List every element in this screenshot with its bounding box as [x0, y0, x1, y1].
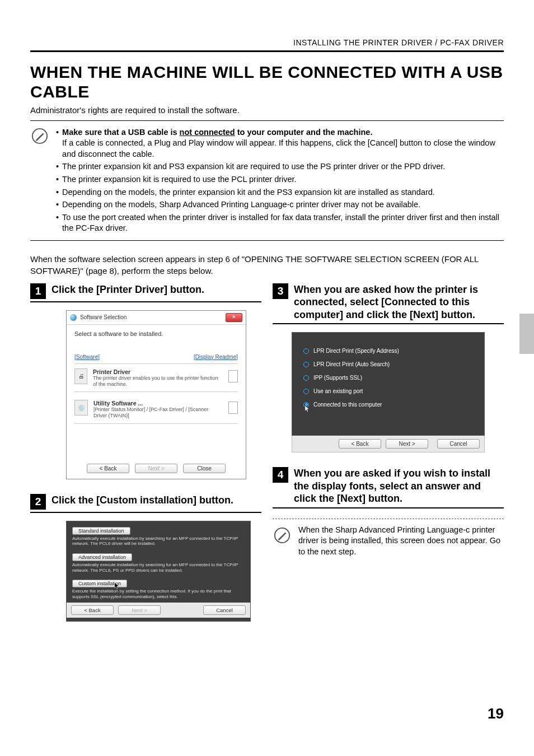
- back-button[interactable]: < Back: [87, 464, 129, 473]
- standard-installation-desc: Automatically execute installation by se…: [72, 536, 245, 547]
- close-button[interactable]: Close: [183, 464, 226, 473]
- row-utility-software[interactable]: 💿 Utility Software ... [Printer Status M…: [74, 395, 238, 424]
- document-icon[interactable]: [228, 402, 238, 414]
- pencil-note-icon: [30, 127, 49, 146]
- intro-text: Administrator's rights are required to i…: [30, 105, 504, 115]
- screenshot-connection-method: LPR Direct Print (Specify Address) LPR D…: [292, 332, 485, 452]
- pencil-note-icon: [273, 526, 292, 545]
- step-2-number: 2: [30, 494, 46, 510]
- back-button[interactable]: < Back: [71, 605, 114, 615]
- radio-existing-port[interactable]: Use an existing port: [303, 388, 473, 394]
- advanced-installation-button[interactable]: Advanced installation: [72, 553, 132, 561]
- note-b2: The printer expansion kit and PS3 expans…: [62, 161, 445, 172]
- page-number: 19: [488, 705, 504, 722]
- cursor-icon: [305, 405, 310, 413]
- radio-lpr-auto[interactable]: LPR Direct Print (Auto Search): [303, 361, 473, 367]
- link-software[interactable]: [Software]: [74, 354, 100, 360]
- standard-installation-button[interactable]: Standard installation: [72, 527, 130, 535]
- dashed-divider: [273, 519, 504, 519]
- cancel-button[interactable]: Cancel: [437, 439, 480, 449]
- row2-title: Utility Software ...: [93, 400, 223, 407]
- software-subtitle: Select a software to be installed.: [74, 330, 238, 337]
- next-button[interactable]: Next >: [386, 439, 428, 449]
- cursor-icon: [114, 582, 120, 590]
- step-3-number: 3: [273, 283, 288, 299]
- window-icon: [70, 314, 77, 321]
- custom-installation-button[interactable]: Custom installation: [72, 580, 127, 587]
- mid-paragraph: When the software selection screen appea…: [30, 253, 504, 277]
- back-button[interactable]: < Back: [339, 439, 381, 449]
- note-list: • Make sure that a USB cable is not conn…: [56, 125, 504, 236]
- note-b4: Depending on the models, the printer exp…: [62, 187, 435, 198]
- screenshot-software-selection: Software Selection ✕ Select a software t…: [66, 310, 246, 479]
- next-button: Next >: [135, 464, 177, 473]
- row1-desc: The printer driver enables you to use th…: [93, 375, 223, 388]
- radio-lpr-specify[interactable]: LPR Direct Print (Specify Address): [303, 348, 473, 354]
- custom-installation-desc: Execute the installation by setting the …: [72, 589, 245, 599]
- page-title: WHEN THE MACHINE WILL BE CONNECTED WITH …: [30, 62, 504, 102]
- radio-ipp-ssl[interactable]: IPP (Supports SSL): [303, 375, 473, 381]
- document-icon[interactable]: [228, 370, 238, 382]
- note-b1-under: not connected: [180, 128, 235, 137]
- note-b5: Depending on the models, Sharp Advanced …: [62, 199, 420, 211]
- running-header: INSTALLING THE PRINTER DRIVER / PC-FAX D…: [30, 38, 504, 52]
- row2-desc: [Printer Status Monitor] / [PC-Fax Drive…: [93, 407, 223, 419]
- thumb-tab: [519, 314, 534, 354]
- cd-icon: 💿: [74, 400, 88, 416]
- row1-title: Printer Driver: [93, 368, 223, 375]
- radio-connected-this-computer[interactable]: Connected to this computer: [303, 402, 473, 408]
- sub-note: When the Sharp Advanced Printing Languag…: [273, 525, 504, 558]
- note-b1-suffix: to your computer and the machine.: [235, 128, 373, 137]
- screenshot-installation-type: Standard installation Automatically exec…: [66, 521, 251, 622]
- window-title: Software Selection: [80, 314, 127, 320]
- step-2-title: Click the [Custom installation] button.: [51, 493, 233, 507]
- printer-icon: 🖨: [74, 368, 87, 384]
- next-button: Next >: [118, 605, 161, 615]
- link-display-readme[interactable]: [Display Readme]: [194, 354, 238, 360]
- note-b3: The printer expansion kit is required to…: [62, 174, 297, 185]
- row-printer-driver[interactable]: 🖨 Printer Driver The printer driver enab…: [74, 363, 238, 393]
- step-4-number: 4: [273, 467, 288, 483]
- sub-note-text: When the Sharp Advanced Printing Languag…: [298, 525, 504, 558]
- cancel-button[interactable]: Cancel: [203, 605, 246, 615]
- step-1-title: Click the [Printer Driver] button.: [51, 282, 204, 296]
- window-close-button[interactable]: ✕: [226, 313, 242, 322]
- note-b6: To use the port created when the printer…: [62, 212, 504, 234]
- step-3-title: When you are asked how the printer is co…: [294, 282, 504, 321]
- advanced-installation-desc: Automatically execute installation by se…: [72, 562, 245, 573]
- note-b1-sub: If a cable is connected, a Plug and Play…: [62, 138, 495, 158]
- step-1-number: 1: [30, 283, 46, 299]
- note-b1-prefix: Make sure that a USB cable is: [62, 128, 180, 137]
- note-box: • Make sure that a USB cable is not conn…: [30, 120, 504, 241]
- step-4-title: When you are asked if you wish to instal…: [294, 466, 504, 505]
